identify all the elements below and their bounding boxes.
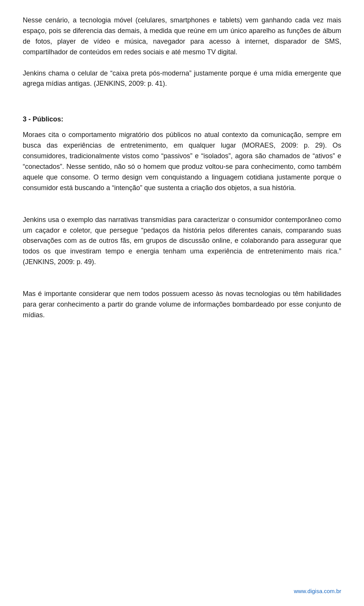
paragraph-3: Moraes cita o comportamento migratório d…: [23, 130, 341, 193]
footer-link[interactable]: www.digisa.com.br: [294, 587, 341, 596]
paragraph-5: Mas é importante considerar que nem todo…: [23, 289, 341, 321]
page-container: Nesse cenário, a tecnologia móvel (celul…: [0, 0, 364, 606]
spacer-1: [23, 100, 341, 110]
section-heading: 3 - Públicos:: [23, 114, 341, 124]
paragraph-4: Jenkins usa o exemplo das narrativas tra…: [23, 215, 341, 268]
spacer-2: [23, 204, 341, 215]
paragraph-2: Jenkins chama o celular de “caixa preta …: [23, 68, 341, 90]
spacer-3: [23, 278, 341, 289]
paragraph-1: Nesse cenário, a tecnologia móvel (celul…: [23, 15, 341, 58]
